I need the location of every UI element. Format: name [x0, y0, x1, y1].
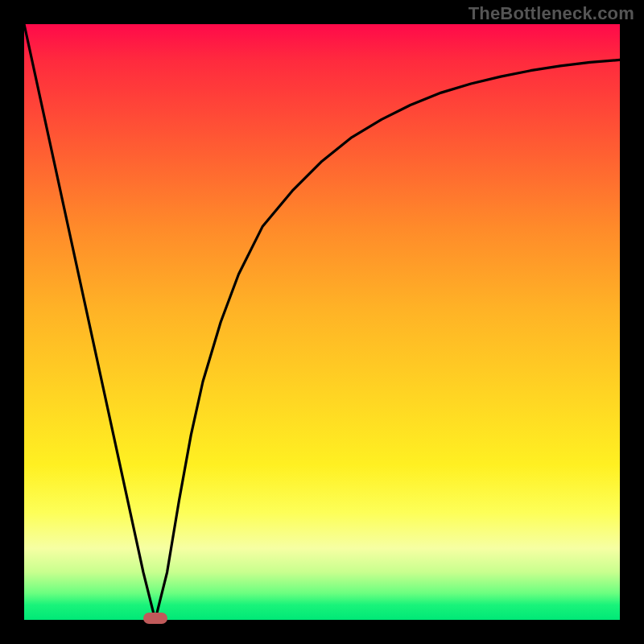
bottleneck-curve-path: [24, 24, 620, 620]
min-marker: [143, 613, 167, 624]
chart-container: TheBottleneck.com: [0, 0, 644, 644]
plot-area: [24, 24, 620, 620]
watermark-text: TheBottleneck.com: [469, 3, 634, 24]
curve-svg: [24, 24, 620, 620]
